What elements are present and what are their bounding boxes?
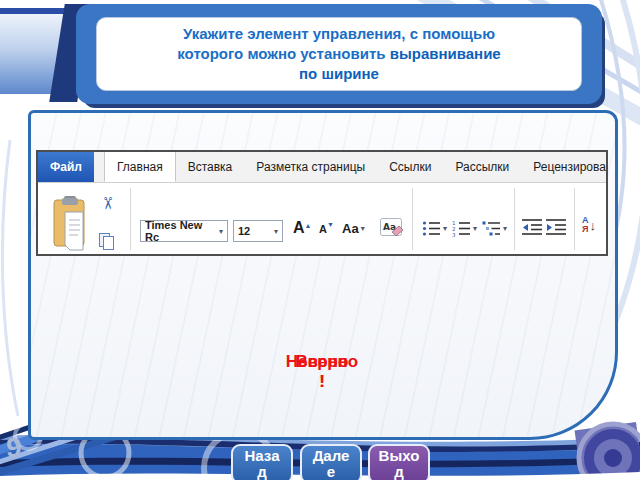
font-name-combo[interactable]: Times New Rc ▾ — [140, 220, 228, 242]
change-case-button[interactable]: Аа ▾ — [342, 222, 365, 235]
ribbon-tabstrip: Файл Главная Вставка Разметка страницы С… — [38, 152, 606, 183]
sort-letters: А Я — [582, 216, 589, 234]
ribbon-tab-home[interactable]: Главная — [104, 152, 176, 182]
ribbon-tab-file[interactable]: Файл — [38, 152, 94, 182]
paste-button[interactable] — [52, 196, 88, 252]
page-number: 9 — [6, 432, 22, 464]
grow-font-arrow-icon: ▲ — [305, 222, 312, 229]
question-banner: Укажите элемент управления, с помощью ко… — [76, 4, 602, 104]
numbering-button[interactable]: 1 2 3 ▾ — [452, 220, 477, 237]
ribbon-tab-review[interactable]: Рецензирование — [521, 152, 608, 182]
bullets-icon — [422, 220, 441, 237]
next-button[interactable]: Далее — [300, 444, 362, 480]
increase-indent-button[interactable] — [546, 218, 566, 236]
back-button[interactable]: Назад — [231, 444, 293, 480]
dropdown-icon[interactable]: ▾ — [216, 227, 223, 236]
ribbon-controls: ✂ Times New Rc ▾ 12 ▾ А ▲ А ▼ Аа ▾ — [38, 184, 606, 254]
paste-icon — [52, 196, 88, 252]
feedback-label-correct: Верно ! — [296, 352, 349, 392]
decrease-indent-icon — [522, 218, 542, 236]
ribbon-tab-page-layout[interactable]: Разметка страницы — [244, 152, 377, 182]
grow-font-letter: А — [293, 220, 305, 236]
group-separator — [412, 188, 413, 250]
question-box: Укажите элемент управления, с помощью ко… — [96, 17, 582, 91]
numbering-icon: 1 2 3 — [452, 220, 471, 237]
feedback-word: Верно — [296, 352, 349, 372]
copy-button[interactable] — [98, 232, 116, 252]
shrink-font-button[interactable]: А ▼ — [319, 224, 334, 235]
dropdown-icon[interactable]: ▾ — [271, 227, 278, 236]
ribbon-tab-mailings[interactable]: Рассылки — [443, 152, 521, 182]
word-ribbon-screenshot: Файл Главная Вставка Разметка страницы С… — [36, 150, 608, 256]
bullets-button[interactable]: ▾ — [422, 220, 447, 237]
font-name-value: Times New Rc — [145, 220, 216, 242]
font-size-combo[interactable]: 12 ▾ — [233, 220, 283, 242]
sort-arrow-icon: ↓ — [590, 219, 597, 232]
feedback-labels: Неверно ! Верно ! — [240, 352, 404, 408]
cut-icon: ✂ — [98, 196, 117, 210]
clear-formatting-icon: Аа — [380, 218, 404, 240]
multilevel-list-button[interactable]: ▾ — [482, 220, 507, 237]
copy-icon — [98, 232, 116, 252]
change-case-label: Аа — [342, 222, 359, 235]
dropdown-icon[interactable]: ▾ — [443, 224, 447, 233]
ribbon-tab-references[interactable]: Ссылки — [377, 152, 443, 182]
feedback-mark: ! — [296, 372, 349, 392]
dropdown-icon[interactable]: ▾ — [473, 224, 477, 233]
group-separator — [514, 188, 515, 250]
svg-text:3: 3 — [452, 232, 456, 237]
cut-button[interactable]: ✂ — [98, 196, 118, 216]
group-separator — [130, 188, 131, 250]
font-size-value: 12 — [238, 225, 250, 237]
decrease-indent-button[interactable] — [522, 218, 542, 236]
exit-button[interactable]: Выход — [368, 444, 430, 480]
shrink-font-arrow-icon: ▼ — [327, 221, 334, 228]
clear-formatting-button[interactable]: Аа — [380, 218, 404, 240]
ribbon-tab-insert[interactable]: Вставка — [176, 152, 245, 182]
dropdown-icon[interactable]: ▾ — [503, 224, 507, 233]
sort-button[interactable]: А Я ↓ — [582, 216, 596, 234]
question-text: Укажите элемент управления, с помощью ко… — [173, 24, 505, 83]
shrink-font-letter: А — [319, 224, 327, 235]
increase-indent-icon — [546, 218, 566, 236]
multilevel-list-icon — [482, 220, 501, 237]
group-separator — [574, 188, 575, 250]
sort-letter-bottom: Я — [582, 225, 589, 234]
grow-font-button[interactable]: А ▲ — [293, 220, 312, 236]
dropdown-icon[interactable]: ▾ — [361, 224, 365, 233]
